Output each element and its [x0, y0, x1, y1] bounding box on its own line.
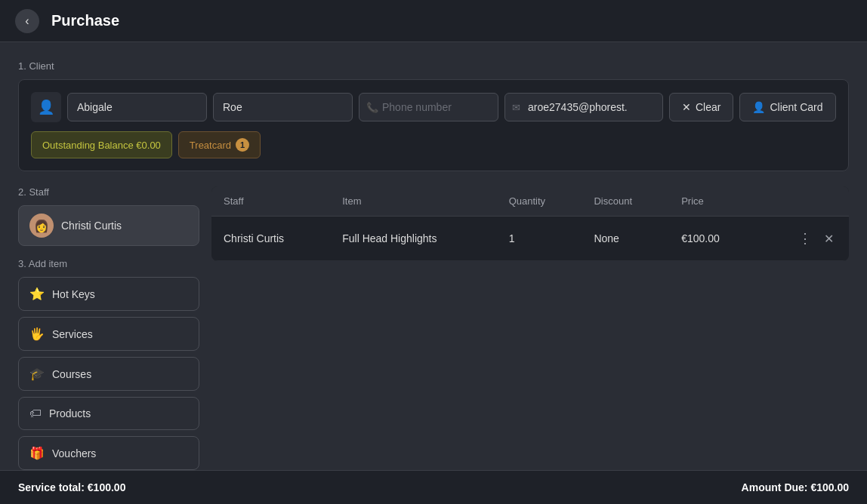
client-section: 1. Client 👤 📞 ✉ ✕ Clear � [18, 60, 849, 171]
add-item-section: 3. Add item ⭐ Hot Keys 🖐 Services 🎓 Cour… [18, 258, 199, 470]
vouchers-label: Vouchers [52, 447, 96, 459]
staff-name: Christi Curtis [61, 220, 122, 232]
row-quantity: 1 [497, 217, 582, 261]
header: ‹ Purchase [0, 0, 867, 42]
treatcard-badge[interactable]: Treatcard 1 [178, 131, 261, 158]
courses-button[interactable]: 🎓 Courses [18, 357, 199, 391]
row-item: Full Head Highlights [330, 217, 497, 261]
hot-keys-button[interactable]: ⭐ Hot Keys [18, 277, 199, 311]
content-row: 2. Staff 👩 Christi Curtis 3. Add item ⭐ … [18, 186, 849, 476]
graduation-icon: 🎓 [29, 367, 45, 381]
table-header-row: Staff Item Quantity Discount Price [211, 186, 849, 217]
service-total: Service total: €100.00 [18, 481, 125, 493]
amount-due-value: €100.00 [810, 481, 849, 493]
hand-icon: 🖐 [29, 327, 45, 341]
page-title: Purchase [51, 12, 119, 29]
col-item: Item [330, 186, 497, 217]
col-staff: Staff [211, 186, 330, 217]
close-icon: ✕ [682, 101, 691, 113]
badge-row: Outstanding Balance €0.00 Treatcard 1 [31, 131, 836, 158]
col-quantity: Quantity [497, 186, 582, 217]
email-input[interactable] [504, 93, 663, 121]
left-panel: 2. Staff 👩 Christi Curtis 3. Add item ⭐ … [18, 186, 199, 476]
star-icon: ⭐ [29, 287, 45, 301]
services-label: Services [52, 328, 93, 340]
service-total-value: €100.00 [88, 481, 126, 493]
remove-item-button[interactable]: ✕ [821, 229, 837, 249]
email-wrapper: ✉ [504, 93, 663, 121]
add-item-label: 3. Add item [18, 258, 199, 269]
more-options-button[interactable]: ⋮ [795, 227, 815, 250]
courses-label: Courses [52, 368, 91, 380]
staff-selector[interactable]: 👩 Christi Curtis [18, 205, 199, 246]
phone-input[interactable] [359, 93, 498, 121]
row-discount: None [582, 217, 669, 261]
gift-icon: 🎁 [29, 446, 45, 460]
row-actions: ⋮ ✕ [757, 217, 849, 261]
tag-icon: 🏷 [29, 407, 42, 420]
first-name-input[interactable] [67, 93, 207, 121]
clear-button[interactable]: ✕ Clear [669, 93, 733, 121]
back-button[interactable]: ‹ [15, 9, 39, 33]
treatcard-label: Treatcard [190, 140, 231, 151]
client-input-row: 👤 📞 ✉ ✕ Clear 👤 Client Card [31, 92, 836, 122]
hot-keys-label: Hot Keys [52, 288, 95, 300]
footer: Service total: €100.00 Amount Due: €100.… [0, 470, 867, 504]
phone-wrapper: 📞 [359, 93, 498, 121]
row-price: €100.00 [669, 217, 757, 261]
products-label: Products [49, 407, 91, 419]
client-card-button[interactable]: 👤 Client Card [739, 93, 835, 121]
clear-label: Clear [696, 101, 720, 113]
person-icon: 👤 [752, 101, 765, 113]
client-card-label: Client Card [770, 101, 822, 113]
avatar: 👩 [29, 214, 54, 238]
services-button[interactable]: 🖐 Services [18, 317, 199, 351]
col-actions [757, 186, 849, 217]
table-row: Christi Curtis Full Head Highlights 1 No… [211, 217, 849, 261]
items-table: Staff Item Quantity Discount Price Chris… [211, 186, 849, 261]
client-person-icon: 👤 [31, 92, 61, 122]
treatcard-count: 1 [236, 138, 249, 152]
service-total-label: Service total: [18, 481, 85, 493]
row-staff: Christi Curtis [211, 217, 330, 261]
last-name-input[interactable] [213, 93, 353, 121]
outstanding-balance-badge[interactable]: Outstanding Balance €0.00 [31, 131, 172, 158]
products-button[interactable]: 🏷 Products [18, 397, 199, 430]
main-content: 1. Client 👤 📞 ✉ ✕ Clear � [0, 42, 867, 504]
staff-section-label: 2. Staff [18, 186, 199, 198]
amount-due-label: Amount Due: [742, 481, 808, 493]
staff-section: 2. Staff 👩 Christi Curtis [18, 186, 199, 246]
amount-due: Amount Due: €100.00 [742, 481, 849, 493]
items-table-panel: Staff Item Quantity Discount Price Chris… [211, 186, 849, 476]
client-section-label: 1. Client [18, 60, 849, 72]
client-fields-panel: 👤 📞 ✉ ✕ Clear 👤 Client Card [18, 79, 849, 171]
vouchers-button[interactable]: 🎁 Vouchers [18, 436, 199, 470]
col-price: Price [669, 186, 757, 217]
col-discount: Discount [582, 186, 669, 217]
